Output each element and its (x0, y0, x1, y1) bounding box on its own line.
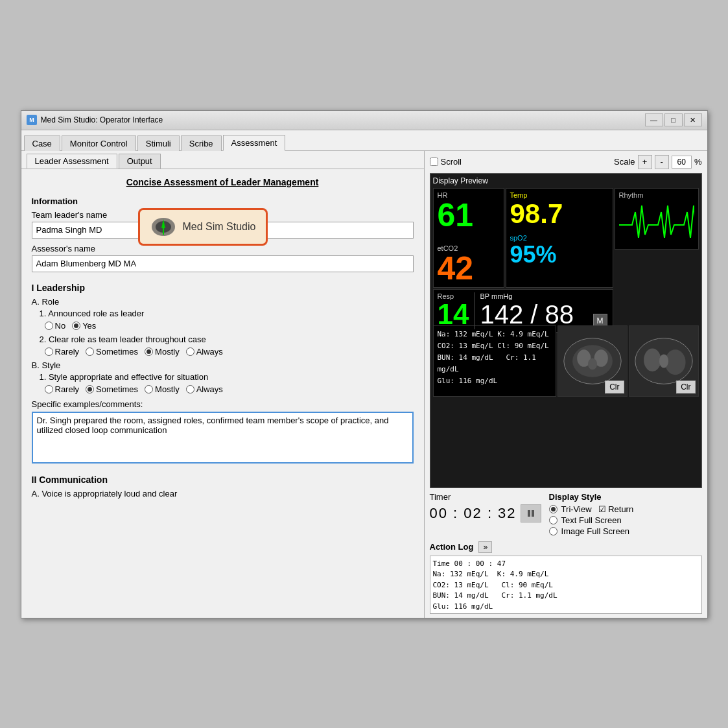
action-log-expand-button[interactable]: » (478, 541, 492, 553)
hr-value: 61 (438, 199, 500, 231)
q2-rarely-radio[interactable] (45, 347, 53, 356)
section1-heading: I Leadership (32, 283, 414, 293)
tab-case[interactable]: Case (24, 135, 60, 151)
spo2-label: spO2 (510, 234, 609, 242)
q1-no[interactable]: No (45, 321, 66, 331)
b1-rarely-radio[interactable] (45, 385, 53, 393)
bp-label: BP mmHg (480, 292, 608, 300)
window-title: Med Sim Studio: Operator Interface (41, 115, 163, 124)
clr-button-1[interactable]: Clr (605, 381, 624, 393)
title-bar: M Med Sim Studio: Operator Interface — □… (21, 111, 707, 130)
image-full-option[interactable]: Image Full Screen (549, 526, 702, 536)
scroll-checkbox[interactable]: Scroll (430, 157, 462, 167)
left-panel: Leader Assessment Output Med Sim Studio … (21, 151, 425, 618)
tri-view-option[interactable]: Tri-View ☑ Return (549, 504, 702, 514)
q1-yes-label: Yes (82, 321, 96, 331)
q2-always[interactable]: Always (186, 347, 223, 357)
b1-rarely-label: Rarely (55, 384, 80, 394)
b1-mostly[interactable]: Mostly (145, 384, 180, 394)
timer-display-row: Timer 00 : 02 : 32 Display Style (430, 492, 702, 537)
svg-point-15 (659, 354, 668, 368)
tab-stimuli[interactable]: Stimuli (137, 135, 180, 151)
title-bar-buttons: — □ ✕ (645, 113, 702, 126)
section2-heading: II Communication (32, 475, 414, 485)
b1-sometimes[interactable]: Sometimes (86, 384, 138, 394)
action-log-content: Time 00 : 00 : 47 Na: 132 mEq/L K: 4.9 m… (430, 556, 702, 614)
sub-tab-output[interactable]: Output (119, 154, 161, 169)
minimize-button[interactable]: — (645, 113, 663, 126)
tab-assessment[interactable]: Assessment (223, 135, 286, 151)
sub-tab-bar: Leader Assessment Output (21, 151, 424, 169)
scale-plus-button[interactable]: + (638, 155, 652, 169)
q2-rarely-label: Rarely (55, 347, 80, 357)
tab-scribe[interactable]: Scribe (181, 135, 222, 151)
main-tab-bar: Case Monitor Control Stimuli Scribe Asse… (21, 130, 707, 151)
q1-yes[interactable]: Yes (72, 321, 96, 331)
q2-sometimes[interactable]: Sometimes (86, 347, 138, 357)
scan-2: Clr (629, 325, 699, 397)
q2-always-radio[interactable] (186, 347, 194, 356)
restore-button[interactable]: □ (664, 113, 683, 126)
specific-textarea[interactable]: Dr. Singh prepared the room, assigned ro… (32, 412, 414, 464)
pause-icon (526, 509, 535, 518)
title-bar-left: M Med Sim Studio: Operator Interface (27, 115, 163, 125)
tri-view-label: Tri-View (561, 504, 592, 514)
b1-sometimes-label: Sometimes (96, 384, 138, 394)
timer-digits: 00 : 02 : 32 (430, 505, 517, 522)
q2-mostly-radio[interactable] (145, 347, 153, 356)
close-button[interactable]: ✕ (684, 113, 702, 126)
scale-label: Scale (614, 157, 635, 167)
pause-button[interactable] (521, 504, 541, 523)
q1-no-radio[interactable] (45, 322, 53, 330)
etco2-value: 42 (438, 252, 500, 285)
b1-always-radio[interactable] (186, 385, 194, 393)
timer-section: Timer 00 : 02 : 32 (430, 492, 541, 523)
q2-sometimes-radio[interactable] (86, 347, 94, 356)
ecg-waveform (619, 199, 694, 244)
main-window: M Med Sim Studio: Operator Interface — □… (21, 110, 708, 618)
q2-rarely[interactable]: Rarely (45, 347, 80, 357)
text-full-radio[interactable] (549, 516, 558, 524)
app-icon: M (27, 115, 37, 125)
rhythm-label: Rhythm (619, 191, 694, 199)
sub-tab-leader-assessment[interactable]: Leader Assessment (27, 154, 117, 169)
tri-view-radio[interactable] (549, 505, 558, 513)
svg-rect-18 (532, 510, 534, 517)
b1-sometimes-radio[interactable] (86, 385, 94, 393)
display-preview: Display Preview HR 61 etCO2 42 Rhythm (430, 173, 702, 488)
labs-display: Na: 132 mEq/L K: 4.9 mEq/L CO2: 13 mEq/L… (433, 325, 556, 397)
specific-label: Specific examples/comments: (32, 399, 414, 409)
b1-always[interactable]: Always (186, 384, 223, 394)
q1-radio-group: No Yes (45, 321, 414, 331)
scroll-check[interactable] (430, 158, 438, 166)
scale-minus-button[interactable]: - (655, 155, 669, 169)
scroll-label: Scroll (441, 157, 462, 167)
assessment-content: Med Sim Studio Concise Assessment of Lea… (21, 169, 424, 618)
sub-a-heading: A. Role (32, 297, 414, 307)
comm-a-text: A. Voice is appropriately loud and clear (32, 489, 414, 499)
clr-button-2[interactable]: Clr (676, 381, 695, 393)
q2-mostly[interactable]: Mostly (145, 347, 180, 357)
assessor-input[interactable] (32, 255, 414, 272)
b1-mostly-label: Mostly (155, 384, 180, 394)
svg-point-13 (644, 348, 661, 371)
action-log-section: Action Log » Time 00 : 00 : 47 Na: 132 m… (430, 541, 702, 614)
q1-yes-radio[interactable] (72, 322, 80, 330)
timer-label: Timer (430, 492, 541, 502)
information-label: Information (32, 196, 414, 206)
tab-monitor-control[interactable]: Monitor Control (62, 135, 136, 151)
b1-mostly-radio[interactable] (145, 385, 153, 393)
q1-text: 1. Announced role as leader (40, 309, 414, 318)
text-full-option[interactable]: Text Full Screen (549, 515, 702, 525)
image-full-label: Image Full Screen (561, 526, 630, 536)
svg-rect-17 (528, 510, 530, 517)
q2-radio-group: Rarely Sometimes Mostly Always (45, 347, 414, 357)
scale-value: 60 (672, 156, 692, 169)
logo-text: Med Sim Studio (183, 221, 256, 233)
svg-text:M: M (29, 117, 34, 123)
b1-rarely[interactable]: Rarely (45, 384, 80, 394)
image-full-radio[interactable] (549, 527, 558, 535)
action-log-label: Action Log (430, 542, 474, 552)
svg-point-10 (587, 358, 596, 370)
preview-label: Display Preview (433, 176, 699, 185)
